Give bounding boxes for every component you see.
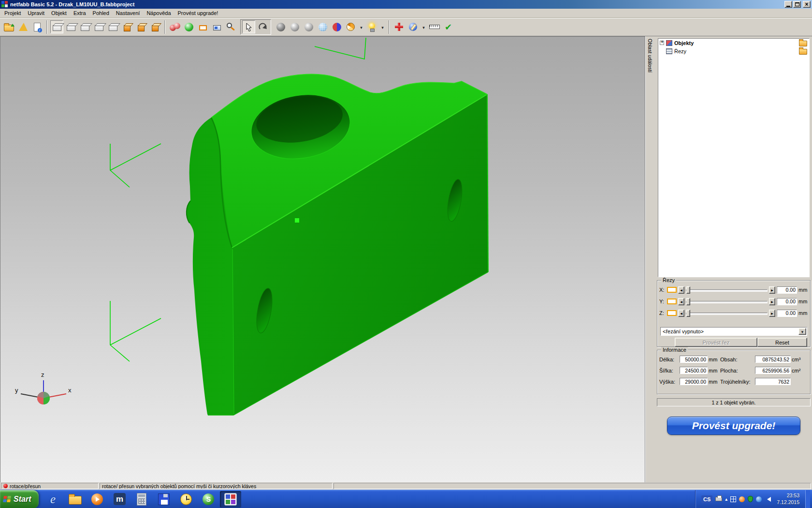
menu-upgrade[interactable]: Provést upgrade! (174, 9, 222, 17)
execute-cut-button[interactable]: Provést řez (675, 338, 757, 347)
events-panel[interactable]: Oblast událostí (645, 36, 655, 482)
y-slider[interactable] (686, 298, 768, 305)
x-slider[interactable] (686, 286, 768, 294)
open-folder-button-cuts[interactable] (799, 49, 807, 55)
add-cross-icon[interactable] (392, 20, 406, 33)
rotate-tool-icon[interactable] (256, 20, 269, 33)
view-box-3-icon[interactable] (92, 20, 105, 33)
taskbar-folder-icon[interactable] (64, 491, 86, 508)
measure-icon[interactable] (428, 20, 441, 33)
x-slider-left-arrow[interactable] (678, 286, 684, 294)
volume-value[interactable] (755, 356, 791, 363)
view-box-4-icon[interactable] (106, 20, 119, 33)
z-slider-right-arrow[interactable] (769, 310, 775, 317)
grid-tray-icon[interactable] (730, 496, 736, 502)
open-project-icon[interactable] (2, 20, 15, 33)
x-section-toggle[interactable] (667, 287, 677, 293)
expand-plus-icon[interactable] (660, 41, 664, 45)
taskbar-green-app-icon[interactable] (198, 491, 219, 508)
cut-mode-select[interactable]: <řezání vypnuto> (660, 327, 807, 336)
view-box-2-icon[interactable] (78, 20, 91, 33)
add-part-icon[interactable] (16, 20, 29, 33)
sphere-compare-icon[interactable] (330, 20, 343, 33)
cube-orange-2-icon[interactable] (134, 20, 147, 33)
reset-button[interactable]: Reset (757, 338, 807, 347)
y-slider-right-arrow[interactable] (769, 298, 775, 305)
orange-tray-icon[interactable] (739, 496, 745, 502)
sphere-light-icon[interactable] (288, 20, 301, 33)
zoom-icon[interactable] (224, 20, 237, 33)
area-value[interactable] (755, 367, 791, 374)
view-box-1-icon[interactable] (64, 20, 77, 33)
triangles-value[interactable] (755, 378, 791, 385)
menu-projekt[interactable]: Projekt (1, 9, 24, 17)
taskbar-media-player-icon[interactable] (87, 491, 108, 508)
z-position-input[interactable] (777, 310, 797, 317)
select-arrow-icon[interactable] (242, 20, 255, 33)
taskbar-ie-icon[interactable] (42, 491, 63, 508)
x-slider-right-arrow[interactable] (769, 286, 775, 294)
start-button[interactable]: Start (0, 490, 39, 508)
repair-spheres-icon[interactable] (168, 20, 181, 33)
x-position-input[interactable] (777, 286, 797, 294)
viewport-3d[interactable]: z y x (0, 36, 645, 482)
titlebar[interactable]: netfabb Basic 5.2 - Drzak_LM10UU_B.fabbp… (0, 0, 812, 9)
length-value[interactable] (680, 356, 708, 363)
menu-objekt[interactable]: Objekt (48, 9, 70, 17)
sphere-dark-icon[interactable] (274, 20, 287, 33)
tree-item-objekty[interactable]: Objekty (658, 39, 809, 47)
volume-tray-icon[interactable] (765, 497, 771, 502)
hide-icons-chevron-icon[interactable] (725, 496, 727, 502)
menu-napoveda[interactable]: Nápověda (143, 9, 174, 17)
platform-view-icon[interactable] (50, 20, 63, 33)
close-button[interactable] (803, 1, 811, 8)
shield-tray-icon[interactable] (748, 496, 753, 502)
taskbar-clock-app-icon[interactable] (175, 491, 197, 508)
taskbar-m-app-icon[interactable] (109, 491, 130, 508)
y-section-toggle[interactable] (667, 299, 677, 304)
taskbar-calculator-icon[interactable] (131, 491, 152, 508)
dropdown-arrow-button[interactable] (798, 328, 806, 335)
render-dropdown[interactable] (379, 20, 386, 33)
part-info-icon[interactable] (30, 20, 44, 33)
z-slider-left-arrow[interactable] (678, 310, 684, 317)
blue-tray-icon[interactable] (756, 496, 762, 502)
statistics-pie-icon[interactable] (344, 20, 357, 33)
y-slider-thumb[interactable] (686, 298, 690, 305)
menu-extra[interactable]: Extra (70, 9, 89, 17)
menu-nastaveni[interactable]: Nastavení (113, 9, 144, 17)
cube-orange-3-icon[interactable] (148, 20, 161, 33)
render-lamp-icon[interactable] (365, 20, 378, 33)
repair-dropdown[interactable] (420, 20, 427, 33)
y-slider-left-arrow[interactable] (678, 298, 684, 305)
width-value[interactable] (680, 367, 708, 374)
menu-pohled[interactable]: Pohled (89, 9, 113, 17)
sphere-mesh-icon[interactable] (316, 20, 329, 33)
repair-script-icon[interactable] (406, 20, 420, 33)
package-tool-icon[interactable] (210, 20, 223, 33)
z-slider[interactable] (686, 310, 768, 317)
minimize-button[interactable] (784, 1, 792, 8)
taskbar-netfabb-task[interactable] (220, 491, 241, 508)
z-slider-thumb[interactable] (686, 310, 690, 317)
x-slider-thumb[interactable] (686, 286, 690, 294)
language-indicator[interactable]: CS (701, 495, 712, 503)
upgrade-button[interactable]: Provést upgrade! (667, 417, 800, 435)
object-tree[interactable]: Objekty Řezy (658, 38, 810, 277)
height-value[interactable] (680, 378, 708, 385)
z-section-toggle[interactable] (667, 310, 677, 316)
taskbar-save-icon[interactable] (153, 491, 174, 508)
tree-item-rezy[interactable]: Řezy (658, 47, 809, 55)
selection-box-icon[interactable] (196, 20, 209, 33)
maximize-button[interactable] (793, 1, 801, 8)
viewport-canvas[interactable]: z y x (0, 36, 645, 482)
y-position-input[interactable] (777, 298, 797, 305)
analyse-sphere-icon[interactable] (182, 20, 195, 33)
menu-upravit[interactable]: Upravit (24, 9, 48, 17)
statistics-dropdown[interactable] (358, 20, 364, 33)
open-folder-button-objects[interactable] (799, 41, 807, 46)
cube-orange-1-icon[interactable] (120, 20, 133, 33)
apply-check-icon[interactable] (442, 20, 455, 33)
printer-tray-icon[interactable] (715, 497, 722, 501)
sphere-pick-icon[interactable] (302, 20, 315, 33)
